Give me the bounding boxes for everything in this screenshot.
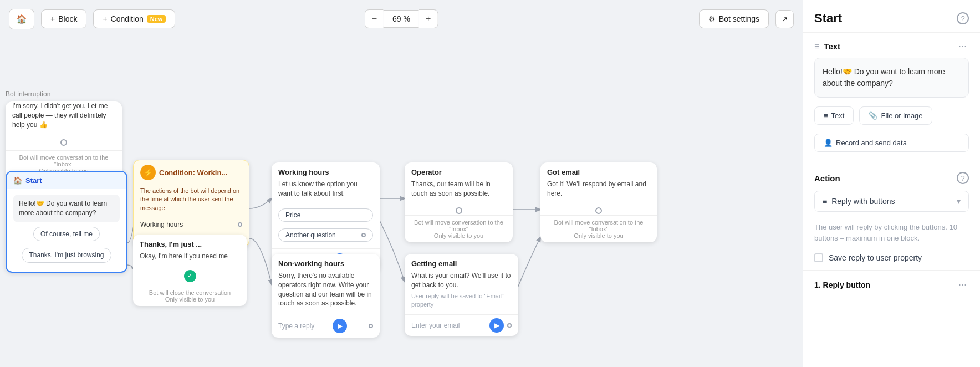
check-icon: ✓	[184, 270, 196, 282]
connector-dot	[369, 324, 373, 328]
getting-email-node[interactable]: Getting email What is your email? We'll …	[405, 254, 518, 336]
thanks-node[interactable]: Thanks, I'm just ... Okay, I'm here if y…	[133, 235, 247, 306]
thanks-footer: Bot will close the conversation Only vis…	[133, 286, 247, 306]
zoom-out-button[interactable]: −	[365, 9, 384, 28]
getting-email-header: Getting email	[405, 254, 518, 271]
operator-text: Thanks, our team will be in touch as soo…	[405, 180, 513, 204]
help-icon[interactable]: ?	[957, 12, 969, 24]
canvas-area: 🏠 + Block + Condition New − 69 % + ⚙ Bot…	[0, 0, 803, 367]
action-help-icon[interactable]: ?	[957, 172, 969, 184]
condition-desc: The actions of the bot will depend on th…	[134, 185, 249, 217]
dropdown-icon: ≡	[823, 197, 827, 206]
start-node[interactable]: 🏠 Start Hello!🤝 Do you want to learn mor…	[6, 171, 127, 273]
thanks-text: Okay, I'm here if you need me	[133, 252, 247, 267]
wh-header: Working hours	[272, 162, 380, 180]
getting-email-text: What is your email? We'll use it to get …	[405, 271, 518, 314]
save-reply-checkbox[interactable]	[814, 253, 823, 262]
zoom-value: 69 %	[384, 10, 419, 28]
wh-text: Let us know the option you want to talk …	[272, 180, 380, 204]
add-file-button[interactable]: 📎 File or image	[859, 106, 932, 125]
text-section-label: ≡ Text	[814, 42, 840, 52]
bot-settings-label: Bot settings	[719, 14, 759, 23]
toolbar: 🏠 + Block + Condition New − 69 % + ⚙ Bot…	[0, 0, 803, 38]
operator-header: Operator	[405, 162, 513, 180]
start-reply-btn2[interactable]: Thanks, I'm just browsing	[22, 248, 111, 263]
bot-interruption-label: Bot interruption	[6, 90, 50, 98]
got-email-text: Got it! We'll respond by email and here.	[540, 180, 657, 204]
start-chat-bubble: Hello!🤝 Do you want to learn more about …	[13, 195, 120, 222]
dropdown-label: Reply with buttons	[831, 197, 895, 206]
non-working-hours-node[interactable]: Non-working hours Sorry, there's no avai…	[272, 254, 380, 338]
reply-button-section: 1. Reply button ···	[803, 271, 980, 296]
new-badge: New	[147, 15, 166, 23]
record-icon: 👤	[824, 139, 833, 147]
connector-dot	[595, 207, 602, 214]
paperclip-icon: 📎	[869, 111, 877, 120]
operator-node[interactable]: Operator Thanks, our team will be in tou…	[405, 162, 513, 242]
email-send-btn[interactable]: ▶	[489, 318, 504, 333]
record-section: 👤 Record and send data	[803, 134, 980, 161]
connector-dot	[361, 233, 366, 237]
home-button[interactable]: 🏠	[9, 9, 34, 29]
condition-label: Condition: Workin...	[159, 169, 227, 177]
sidebar-title: Start	[814, 11, 842, 26]
action-header: Action ?	[814, 172, 969, 184]
add-block-button[interactable]: + Block	[41, 9, 86, 28]
save-reply-row: Save reply to user property	[803, 248, 980, 270]
checkbox-label: Save reply to user property	[829, 253, 922, 262]
expand-button[interactable]: ↗	[775, 10, 794, 28]
condition-row-wh: Working hours	[134, 217, 249, 232]
add-condition-button[interactable]: + Condition New	[93, 9, 175, 28]
action-description: The user will reply by clicking the butt…	[803, 217, 980, 248]
add-content-row: ≡ Text 📎 File or image	[803, 106, 980, 134]
divider	[803, 161, 980, 161]
connector-dot	[456, 207, 462, 214]
reply-button-more[interactable]: ···	[956, 279, 969, 290]
text-section-row: ≡ Text ···	[803, 33, 980, 58]
nwh-reply-row: Type a reply ▶	[272, 314, 380, 338]
wh-buttons: Price Another question	[272, 204, 380, 248]
reply-btn-row: 1. Reply button ···	[814, 279, 969, 290]
plus-icon: +	[103, 14, 107, 23]
list-icon: ≡	[814, 42, 819, 52]
action-section: Action ? ≡ Reply with buttons ▾	[803, 164, 980, 217]
condition-label: Condition	[111, 14, 144, 23]
condition-header: ⚡ Condition: Workin...	[134, 160, 249, 185]
sidebar-title-row: Start ?	[803, 0, 980, 33]
thanks-header: Thanks, I'm just ...	[133, 235, 247, 252]
send-btn[interactable]: ▶	[333, 319, 347, 333]
condition-icon: ⚡	[140, 165, 156, 180]
record-send-button[interactable]: 👤 Record and send data	[814, 134, 969, 152]
bot-settings-button[interactable]: ⚙ Bot settings	[699, 9, 769, 28]
bot-int-text: I'm sorry, I didn't get you. Let me call…	[6, 101, 122, 135]
zoom-controls: − 69 % +	[365, 9, 438, 28]
nwh-header: Non-working hours	[272, 254, 380, 271]
start-reply-btn1[interactable]: Of course, tell me	[33, 227, 100, 242]
chevron-down-icon: ▾	[957, 197, 961, 206]
message-area[interactable]: Hello!🤝 Do you want to learn more about …	[814, 58, 969, 98]
start-body: Hello!🤝 Do you want to learn more about …	[7, 189, 126, 272]
block-label: Block	[58, 14, 77, 23]
price-btn[interactable]: Price	[278, 208, 373, 222]
got-email-header: Got email	[540, 162, 657, 180]
reply-with-buttons-dropdown[interactable]: ≡ Reply with buttons ▾	[814, 191, 969, 212]
zoom-in-button[interactable]: +	[419, 9, 438, 28]
got-email-footer: Bot will move conversation to the "Inbox…	[540, 215, 657, 242]
home-icon: 🏠	[13, 176, 22, 185]
connector-dot	[507, 323, 512, 328]
bot-interruption-node: I'm sorry, I didn't get you. Let me call…	[6, 101, 122, 177]
reply-button-label: 1. Reply button	[814, 281, 870, 289]
toolbar-right: ⚙ Bot settings ↗	[699, 9, 794, 28]
flow-canvas: Bot interruption I'm sorry, I didn't get…	[0, 38, 803, 367]
add-text-button[interactable]: ≡ Text	[814, 106, 854, 125]
list-icon: ≡	[824, 111, 828, 120]
thanks-check: ✓	[133, 267, 247, 286]
start-header: 🏠 Start	[7, 172, 126, 189]
connector-dot	[60, 139, 67, 146]
plus-icon: +	[50, 14, 55, 23]
got-email-node[interactable]: Got email Got it! We'll respond by email…	[540, 162, 657, 242]
another-question-btn[interactable]: Another question	[278, 228, 373, 242]
connector-dot	[238, 222, 242, 227]
right-sidebar: Start ? ≡ Text ··· Hello!🤝 Do you want t…	[803, 0, 980, 367]
text-more-button[interactable]: ···	[956, 40, 969, 52]
